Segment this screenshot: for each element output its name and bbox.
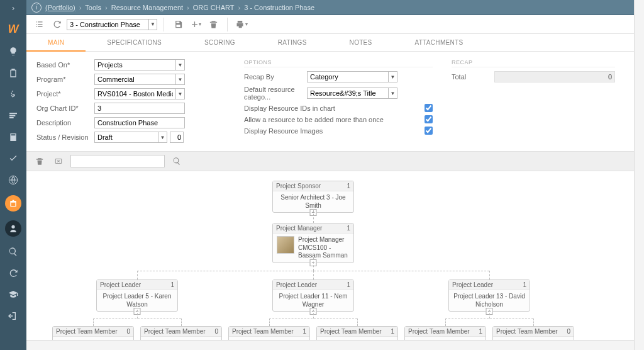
label-based-on: Based On* <box>36 61 94 69</box>
delete-icon[interactable] <box>206 17 221 32</box>
program-field[interactable] <box>94 74 176 85</box>
total-value: 0 <box>494 71 615 82</box>
add-icon[interactable]: ▾ <box>188 17 203 32</box>
bars-icon[interactable] <box>7 110 19 122</box>
label-status: Status / Revision <box>36 133 94 141</box>
allow-multi-checkbox[interactable] <box>425 115 433 123</box>
recap-by-field[interactable] <box>307 71 389 82</box>
node-leader[interactable]: Project Leader1 Project Leader 5 - Karen… <box>96 279 178 312</box>
revision-field[interactable] <box>170 132 184 143</box>
chevron-down-icon[interactable]: ▼ <box>158 132 167 143</box>
idea-icon[interactable] <box>7 45 19 58</box>
toolbar: ▼ ▾ ▾ <box>26 15 644 34</box>
scrollbar-horizontal[interactable] <box>26 340 634 350</box>
chevron-down-icon[interactable]: ▼ <box>389 88 397 99</box>
node-sponsor[interactable]: Project Sponsor1 Senior Architect 3 - Jo… <box>272 181 354 213</box>
label-total: Total <box>452 73 489 81</box>
node-leader[interactable]: Project Leader1 Project Leader 11 - Nem … <box>272 279 354 312</box>
display-images-checkbox[interactable] <box>425 127 433 135</box>
briefcase-icon[interactable] <box>5 195 21 212</box>
grad-cap-icon[interactable] <box>7 288 19 301</box>
clear-icon[interactable] <box>52 154 65 168</box>
chevron-down-icon[interactable]: ▼ <box>176 59 185 71</box>
info-icon[interactable]: i <box>31 3 42 13</box>
check-icon[interactable] <box>7 152 19 165</box>
dollar-icon[interactable] <box>7 88 19 101</box>
search-icon[interactable] <box>170 154 184 168</box>
display-ids-checkbox[interactable] <box>425 104 433 112</box>
label-program: Program* <box>36 76 94 83</box>
list-view-icon[interactable] <box>31 17 47 32</box>
chevron-down-icon[interactable]: ▼ <box>176 74 185 85</box>
breadcrumb-item[interactable]: Resource Management <box>111 4 183 11</box>
form-area: Based On*▼ Program*▼ Project*▼ Org Chart… <box>26 52 644 151</box>
tab-notes[interactable]: NOTES <box>328 34 394 51</box>
search-nav-icon[interactable] <box>7 246 19 258</box>
avatar <box>277 236 294 254</box>
tab-specifications[interactable]: SPECIFICATIONS <box>86 34 183 51</box>
globe-icon[interactable] <box>7 174 19 186</box>
main-pane: i (Portfolio) ›Tools ›Resource Managemen… <box>26 0 644 350</box>
chevron-down-icon[interactable]: ▼ <box>176 88 185 99</box>
print-icon[interactable]: ▾ <box>234 17 249 32</box>
label-recap-by: Recap By <box>244 73 307 81</box>
tab-bar: MAIN SPECIFICATIONS SCORING RATINGS NOTE… <box>26 34 644 52</box>
user-icon[interactable] <box>5 220 21 237</box>
label-allow-multi: Allow a resource to be added more than o… <box>244 116 384 123</box>
trash-icon[interactable] <box>33 154 47 168</box>
breadcrumb-item[interactable]: 3 - Construction Phase <box>244 4 314 11</box>
tab-attachments[interactable]: ATTACHMENTS <box>394 34 485 51</box>
label-display-ids: Display Resource IDs in chart <box>244 104 335 112</box>
logout-icon[interactable] <box>7 310 19 322</box>
label-display-images: Display Resource Images <box>244 127 323 135</box>
breadcrumb-bar: i (Portfolio) ›Tools ›Resource Managemen… <box>26 0 644 15</box>
chevron-down-icon[interactable]: ▼ <box>148 19 157 30</box>
app-logo: W <box>6 21 21 37</box>
search-input[interactable] <box>70 155 165 167</box>
tab-main[interactable]: MAIN <box>26 34 86 52</box>
tab-ratings[interactable]: RATINGS <box>257 34 328 51</box>
sidebar-expand-icon[interactable]: › <box>12 4 14 13</box>
breadcrumb-root[interactable]: (Portfolio) <box>45 4 75 11</box>
filter-bar <box>26 151 644 171</box>
calc-icon[interactable] <box>7 131 19 144</box>
description-field[interactable] <box>94 117 185 128</box>
clipboard-icon[interactable] <box>7 67 19 79</box>
org-chart-canvas[interactable]: Project Sponsor1 Senior Architect 3 - Jo… <box>26 171 644 350</box>
history-icon[interactable] <box>49 17 64 32</box>
label-description: Description <box>36 119 94 127</box>
phase-select[interactable]: ▼ <box>67 19 157 30</box>
scrollbar-vertical[interactable] <box>634 0 644 350</box>
save-icon[interactable] <box>170 17 186 32</box>
chevron-down-icon[interactable]: ▼ <box>389 71 397 82</box>
default-cat-field[interactable] <box>307 88 389 99</box>
tab-scoring[interactable]: SCORING <box>183 34 257 51</box>
breadcrumb-item[interactable]: Tools <box>85 4 101 11</box>
project-field[interactable] <box>94 88 176 99</box>
options-title: OPTIONS <box>244 59 433 67</box>
recap-title: RECAP <box>452 59 615 67</box>
node-manager[interactable]: Project Manager1 Project Manager CMCS100… <box>272 223 354 263</box>
based-on-field[interactable] <box>94 59 176 71</box>
status-field[interactable] <box>94 132 158 143</box>
label-default-cat: Default resource catego... <box>244 86 307 101</box>
node-leader[interactable]: Project Leader1 Project Leader 13 - Davi… <box>448 279 530 312</box>
left-sidebar: › W <box>0 0 26 350</box>
label-project: Project* <box>36 90 94 98</box>
breadcrumb-item[interactable]: ORG CHART <box>193 4 235 11</box>
history-nav-icon[interactable] <box>7 267 19 279</box>
orgchart-id-field[interactable] <box>94 103 185 114</box>
phase-select-input[interactable] <box>67 19 148 30</box>
label-orgchart-id: Org Chart ID* <box>36 104 94 112</box>
